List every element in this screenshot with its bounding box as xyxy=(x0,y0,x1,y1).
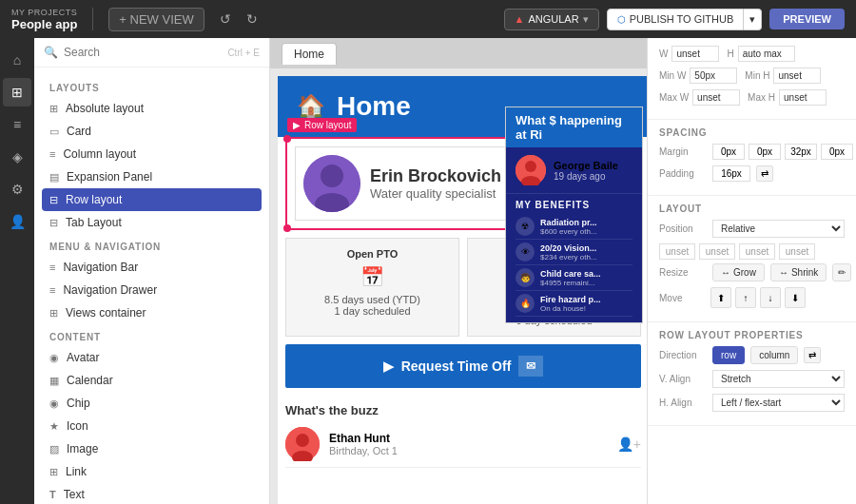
panel-item-link[interactable]: ⊞ Link xyxy=(34,460,269,483)
panel-item-views[interactable]: ⊞ Views container xyxy=(34,301,269,324)
row-layout-props: ROW LAYOUT PROPERTIES Direction row colu… xyxy=(648,322,856,426)
buzz-user-date: Birthday, Oct 1 xyxy=(329,445,398,456)
padding-swap[interactable]: ⇄ xyxy=(756,165,773,182)
panel-item-image[interactable]: ▨ Image xyxy=(34,437,269,460)
undo-button[interactable]: ↺ xyxy=(216,8,235,30)
absolute-icon: ⊞ xyxy=(49,103,58,115)
sidebar-icon-user[interactable]: 👤 xyxy=(3,207,31,236)
panel-item-absolute[interactable]: ⊞ Absolute layout xyxy=(34,97,269,120)
user-name: Erin Brockovich xyxy=(370,166,501,186)
w-label: W xyxy=(659,48,668,59)
benefit-2-text: 20/20 Vision... $234 every oth... xyxy=(540,243,597,262)
benefit-3: 🧒 Child care sa... $4955 remaini... xyxy=(516,265,632,291)
unset-right[interactable] xyxy=(699,243,735,260)
preview-user-time: 19 days ago xyxy=(554,171,618,182)
max-h-input[interactable] xyxy=(779,89,827,106)
absolute-label: Absolute layout xyxy=(66,102,144,115)
shrink-button[interactable]: ↔ Shrink xyxy=(770,263,827,281)
panel-item-expansion[interactable]: ▤ Expansion Panel xyxy=(34,165,269,188)
spacing-section: SPACING Margin ⇄ Padding ⇄ xyxy=(648,120,856,196)
card-label: Card xyxy=(67,125,91,138)
benefit-3-icon: 🧒 xyxy=(516,268,535,287)
sidebar-icon-settings[interactable]: ⚙ xyxy=(3,175,31,204)
image-icon: ▨ xyxy=(49,443,59,456)
panel-item-icon[interactable]: ★ Icon xyxy=(34,415,269,437)
w-input[interactable] xyxy=(671,46,719,62)
panel-item-drawer[interactable]: ≡ Navigation Drawer xyxy=(34,279,269,301)
position-select[interactable]: Relative xyxy=(712,220,845,238)
unset-top[interactable] xyxy=(659,243,695,260)
h-input[interactable] xyxy=(738,46,795,62)
panel-item-column[interactable]: ≡ Column layout xyxy=(34,143,269,165)
row-layout-label: ▶ Row layout xyxy=(287,118,357,132)
publish-button[interactable]: ⬡ PUBLISH TO GITHUB xyxy=(607,9,745,30)
sidebar-icon-home[interactable]: ⌂ xyxy=(3,46,31,74)
direction-label: Direction xyxy=(659,350,707,360)
angular-button[interactable]: ▲ ANGULAR ▾ xyxy=(504,9,599,30)
panel-item-chip[interactable]: ◉ Chip xyxy=(34,392,269,415)
position-row: Position Relative xyxy=(659,220,845,238)
undo-redo-actions: ↺ ↻ xyxy=(216,8,262,30)
row-direction-button[interactable]: row xyxy=(712,346,745,364)
sidebar-icon-data[interactable]: ≡ xyxy=(3,110,31,139)
min-w-input[interactable] xyxy=(690,68,737,84)
unset-bottom[interactable] xyxy=(739,243,775,260)
search-input[interactable] xyxy=(64,46,222,59)
preview-button[interactable]: PREVIEW xyxy=(769,9,845,29)
buzz-add-icon: 👤+ xyxy=(617,436,641,452)
panel-item-calendar[interactable]: ▦ Calendar xyxy=(34,369,269,392)
margin-top[interactable] xyxy=(712,144,745,160)
direction-swap-button[interactable]: ⇄ xyxy=(804,347,821,363)
panel-item-row[interactable]: ⊟ Row layout xyxy=(42,188,262,211)
unset-left[interactable] xyxy=(779,243,815,260)
tab-label: Tab Layout xyxy=(66,216,122,229)
layout-section: LAYOUT Position Relative Resize ↔ Grow xyxy=(648,196,856,322)
publish-dropdown[interactable]: ▾ xyxy=(744,9,762,30)
views-icon: ⊞ xyxy=(49,307,58,320)
min-h-input[interactable] xyxy=(773,68,821,84)
new-view-button[interactable]: + NEW VIEW xyxy=(108,8,204,31)
valign-select[interactable]: Stretch xyxy=(712,370,845,388)
sidebar-icon-theme[interactable]: ◈ xyxy=(3,143,31,171)
margin-right[interactable] xyxy=(749,144,781,160)
column-icon: ≡ xyxy=(49,148,55,160)
panel-item-text[interactable]: T Text xyxy=(34,483,269,504)
panel-item-navbar[interactable]: ≡ Navigation Bar xyxy=(34,256,269,279)
resize-label: Resize xyxy=(659,267,707,278)
margin-left[interactable] xyxy=(821,144,853,160)
margin-bottom[interactable] xyxy=(785,144,817,160)
halign-label: H. Align xyxy=(659,397,707,408)
icon-sidebar: ⌂ ⊞ ≡ ◈ ⚙ 👤 xyxy=(0,38,34,504)
max-w-group: Max W xyxy=(659,89,740,106)
link-label: Link xyxy=(66,465,87,478)
halign-select[interactable]: Left / flex-start xyxy=(712,394,845,412)
max-h-label: Max H xyxy=(748,92,775,103)
grow-button[interactable]: ↔ Grow xyxy=(712,263,765,281)
valign-label: V. Align xyxy=(659,374,707,384)
sidebar-icon-components[interactable]: ⊞ xyxy=(3,78,31,107)
request-btn[interactable]: ▶ Request Time Off ✉ xyxy=(285,344,641,388)
topbar-right: ▲ ANGULAR ▾ ⬡ PUBLISH TO GITHUB ▾ PREVIE… xyxy=(504,9,845,30)
preview-benefits: MY BENEFITS ☢ Radiation pr... $600 every… xyxy=(506,194,642,322)
text-icon: T xyxy=(49,489,56,500)
preview-label: PREVIEW xyxy=(783,13,831,25)
move-bottom-button[interactable]: ⬇ xyxy=(785,287,806,308)
padding-input[interactable] xyxy=(712,165,750,182)
move-down-button[interactable]: ↓ xyxy=(760,287,781,308)
move-up-button[interactable]: ↑ xyxy=(735,287,756,308)
min-w-label: Min W xyxy=(659,70,686,81)
column-direction-button[interactable]: column xyxy=(750,346,798,364)
panel-item-tab[interactable]: ⊟ Tab Layout xyxy=(34,211,269,234)
angular-label: ANGULAR xyxy=(528,13,578,25)
canvas-content[interactable]: 🏠 Home ▶ Row layout xyxy=(270,68,647,504)
buzz-user-name: Ethan Hunt xyxy=(329,432,398,445)
panel-item-avatar[interactable]: ◉ Avatar xyxy=(34,346,269,369)
resize-edit-button[interactable]: ✏ xyxy=(832,263,851,281)
home-tab[interactable]: Home xyxy=(282,43,337,65)
redo-button[interactable]: ↻ xyxy=(243,8,262,30)
panel-item-card[interactable]: ▭ Card xyxy=(34,120,269,143)
move-top-button[interactable]: ⬆ xyxy=(710,287,731,308)
new-view-label: + NEW VIEW xyxy=(119,12,193,27)
max-w-input[interactable] xyxy=(692,89,740,106)
benefit-1-text: Radiation pr... $600 every oth... xyxy=(540,218,597,236)
